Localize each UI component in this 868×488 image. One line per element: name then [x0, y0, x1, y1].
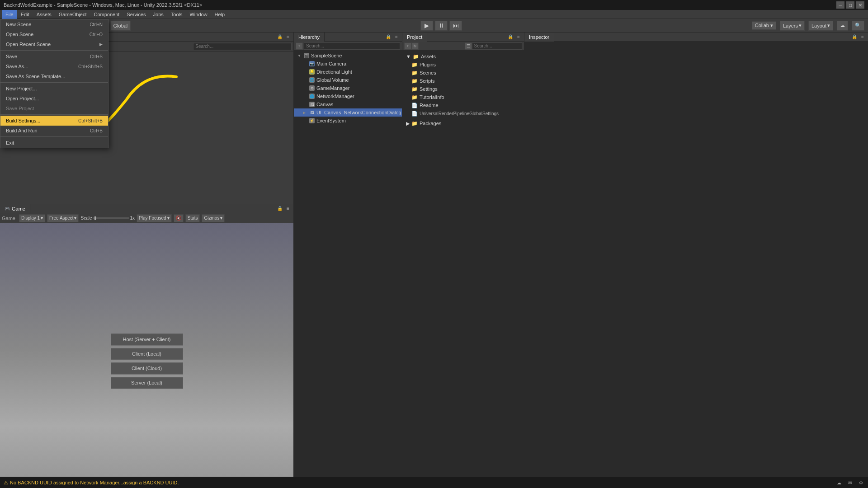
- hierarchy-nm-label: NetworkManager: [316, 94, 354, 99]
- status-icon2[interactable]: ✉: [846, 479, 854, 486]
- game-ui-buttons: Host (Server + Client) Client (Local) Cl…: [111, 333, 183, 389]
- menu-jobs[interactable]: Jobs: [150, 10, 167, 19]
- hierarchy-directional-light[interactable]: 💡 Directional Light: [294, 68, 402, 76]
- game-menu-btn[interactable]: ≡: [284, 205, 292, 212]
- scene-menu-btn[interactable]: ≡: [284, 33, 292, 41]
- hierarchy-main-camera[interactable]: 📷 Main Camera: [294, 60, 402, 68]
- menu-build-run[interactable]: Build And Run Ctrl+B: [0, 126, 108, 136]
- menu-component[interactable]: Component: [90, 10, 123, 19]
- status-icon1[interactable]: ☁: [835, 479, 843, 486]
- inspector-tab[interactable]: Inspector: [524, 33, 554, 42]
- hierarchy-network-manager[interactable]: 🌐 NetworkManager: [294, 92, 402, 100]
- project-settings[interactable]: 📁 Settings: [404, 85, 522, 93]
- volume-icon: 🌐: [309, 77, 315, 83]
- menu-build-settings[interactable]: Build Settings... Ctrl+Shift+B: [0, 116, 108, 126]
- hierarchy-search[interactable]: [304, 42, 400, 50]
- project-tab[interactable]: Project: [402, 33, 427, 42]
- maximize-button[interactable]: □: [846, 1, 854, 9]
- hierarchy-event-system[interactable]: ⚡ EventSystem: [294, 117, 402, 125]
- pause-button[interactable]: ⏸: [435, 21, 448, 31]
- project-urp-settings[interactable]: 📄 UniversalRenderPipelineGlobalSettings: [404, 109, 522, 117]
- project-add-btn[interactable]: +: [404, 42, 411, 50]
- aspect-dropdown[interactable]: Free Aspect ▾: [47, 214, 79, 222]
- hierarchy-game-manager[interactable]: ⚙ GameManager: [294, 84, 402, 92]
- menu-save[interactable]: Save Ctrl+S: [0, 52, 108, 61]
- project-lock-btn[interactable]: 🔒: [507, 33, 514, 41]
- menu-tools[interactable]: Tools: [167, 10, 186, 19]
- project-scenes[interactable]: 📁 Scenes: [404, 69, 522, 77]
- menu-recent-scene[interactable]: Open Recent Scene ▶: [0, 39, 108, 49]
- game-tab[interactable]: 🎮 Game: [0, 204, 30, 213]
- project-readme[interactable]: 📄 Readme: [404, 101, 522, 109]
- status-icon3[interactable]: ⚙: [857, 479, 864, 486]
- status-bar: ⚠ No BACKND UUID assigned to Network Man…: [0, 477, 868, 488]
- menu-sep1: [0, 50, 108, 51]
- hierarchy-ui-label: UI_Canvas_NetworkConnectionDialog: [316, 110, 401, 115]
- scene-lock-btn[interactable]: 🔒: [276, 33, 283, 41]
- menu-assets[interactable]: Assets: [33, 10, 55, 19]
- play-button[interactable]: ▶: [420, 21, 433, 31]
- aspect-label: Free Aspect: [49, 216, 73, 221]
- menu-new-scene[interactable]: New Scene Ctrl+N: [0, 19, 108, 29]
- scale-slider[interactable]: [93, 217, 129, 219]
- menu-save-as[interactable]: Save As... Ctrl+Shift+S: [0, 61, 108, 71]
- hierarchy-scene-root[interactable]: ▼ 🎬 SampleScene: [294, 52, 402, 60]
- menu-file[interactable]: File: [2, 10, 17, 19]
- menu-save-template[interactable]: Save As Scene Template...: [0, 71, 108, 81]
- hierarchy-lock-btn[interactable]: 🔒: [385, 33, 392, 41]
- layers-dropdown[interactable]: Layers ▾: [780, 21, 805, 31]
- menu-open-project[interactable]: Open Project...: [0, 94, 108, 103]
- project-tab-label: Project: [407, 34, 422, 40]
- inspector-lock-btn[interactable]: 🔒: [851, 33, 858, 41]
- display-dropdown[interactable]: Display 1 ▾: [19, 214, 45, 222]
- project-assets-folder[interactable]: ▼ 📁 Assets: [404, 52, 522, 61]
- hierarchy-menu-btn[interactable]: ≡: [393, 33, 400, 41]
- server-local-btn[interactable]: Server (Local): [111, 377, 183, 389]
- scene-search[interactable]: [193, 43, 292, 50]
- project-plugins[interactable]: 📁 Plugins: [404, 61, 522, 69]
- game-lock-btn[interactable]: 🔒: [276, 205, 283, 212]
- step-button[interactable]: ⏭: [449, 21, 462, 31]
- project-refresh-btn[interactable]: ↻: [411, 42, 419, 50]
- project-menu-btn[interactable]: ≡: [515, 33, 522, 41]
- hierarchy-canvas[interactable]: 🖼 Canvas: [294, 100, 402, 108]
- menu-open-scene[interactable]: Open Scene Ctrl+O: [0, 29, 108, 39]
- client-local-btn[interactable]: Client (Local): [111, 348, 183, 360]
- hierarchy-add-btn[interactable]: +: [296, 42, 303, 50]
- menu-edit[interactable]: Edit: [17, 10, 33, 19]
- hierarchy-content: ▼ 🎬 SampleScene 📷 Main Camera 💡 Directio…: [294, 51, 402, 477]
- hierarchy-global-volume[interactable]: 🌐 Global Volume: [294, 76, 402, 84]
- play-focused-dropdown[interactable]: Play Focused ▾: [137, 214, 172, 222]
- menu-window[interactable]: Window: [186, 10, 211, 19]
- project-tutorialinfo[interactable]: 📁 TutorialInfo: [404, 93, 522, 101]
- hierarchy-tab-bar: Hierarchy 🔒 ≡: [294, 33, 402, 42]
- host-btn[interactable]: Host (Server + Client): [111, 333, 183, 345]
- close-button[interactable]: ✕: [856, 1, 864, 9]
- cloud-btn[interactable]: ☁: [837, 21, 848, 31]
- search-btn[interactable]: 🔍: [852, 21, 864, 31]
- inspector-menu-btn[interactable]: ≡: [859, 33, 866, 41]
- hierarchy-ui-canvas[interactable]: ▶ 🖼 UI_Canvas_NetworkConnectionDialog: [294, 108, 402, 117]
- mute-btn[interactable]: 🔇: [174, 214, 184, 222]
- inspector-tab-label: Inspector: [529, 34, 549, 40]
- menu-help[interactable]: Help: [211, 10, 229, 19]
- project-filter-btn[interactable]: ☰: [465, 42, 472, 50]
- game-tab-label: Game: [12, 206, 25, 211]
- layout-dropdown[interactable]: Layout ▾: [808, 21, 833, 31]
- menu-services[interactable]: Services: [123, 10, 149, 19]
- gizmos-dropdown[interactable]: Gizmos ▾: [202, 214, 225, 222]
- minimize-button[interactable]: ─: [836, 1, 844, 9]
- menu-new-project[interactable]: New Project...: [0, 84, 108, 94]
- collab-btn[interactable]: Collab ▾: [752, 21, 776, 30]
- menu-gameobject[interactable]: GameObject: [55, 10, 90, 19]
- menu-exit[interactable]: Exit: [0, 138, 108, 148]
- hierarchy-tab[interactable]: Hierarchy: [294, 33, 325, 42]
- layout-chevron: ▾: [827, 23, 830, 28]
- stats-btn[interactable]: Stats: [185, 214, 200, 222]
- menu-save-project[interactable]: Save Project: [0, 103, 108, 113]
- client-cloud-btn[interactable]: Client (Cloud): [111, 362, 183, 374]
- project-scripts[interactable]: 📁 Scripts: [404, 77, 522, 85]
- global-toggle[interactable]: Global: [110, 21, 131, 31]
- project-packages-folder[interactable]: ▶ 📁 Packages: [404, 119, 522, 127]
- project-search[interactable]: [472, 42, 523, 50]
